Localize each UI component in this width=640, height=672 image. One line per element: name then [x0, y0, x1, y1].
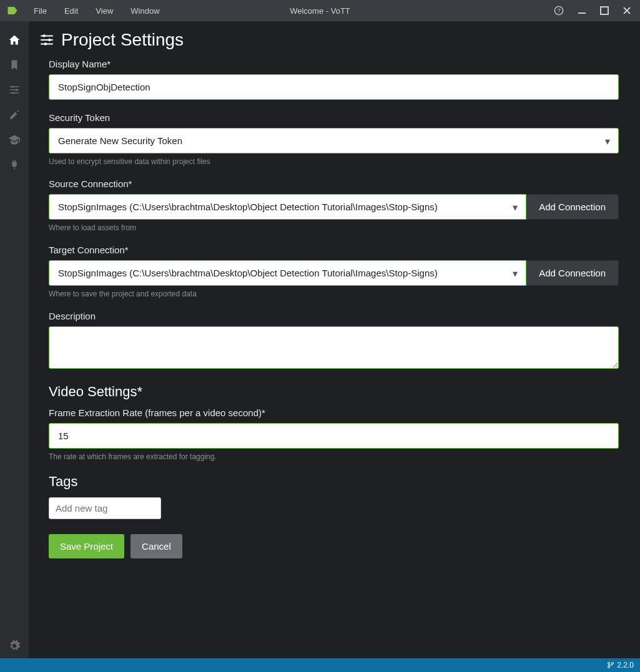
- svg-point-9: [44, 42, 47, 45]
- svg-point-12: [612, 663, 614, 665]
- sidebar-item-connections[interactable]: [0, 152, 29, 177]
- target-connection-hint: Where to save the project and exported d…: [49, 290, 619, 298]
- branch-icon: [607, 661, 614, 669]
- titlebar: File Edit View Window Welcome - VoTT ?: [0, 0, 640, 21]
- plug-icon: [9, 159, 20, 170]
- page-title: Project Settings: [61, 30, 184, 50]
- help-icon[interactable]: ?: [554, 6, 564, 16]
- menu-file[interactable]: File: [25, 4, 56, 18]
- save-project-button[interactable]: Save Project: [49, 534, 124, 558]
- edit-icon: [9, 109, 20, 120]
- svg-text:?: ?: [557, 7, 560, 14]
- close-icon[interactable]: [621, 5, 633, 16]
- svg-point-11: [608, 666, 610, 668]
- security-token-label: Security Token: [49, 112, 619, 123]
- display-name-input[interactable]: [49, 74, 619, 100]
- svg-point-10: [608, 663, 610, 665]
- add-source-connection-button[interactable]: Add Connection: [526, 194, 619, 220]
- cancel-button[interactable]: Cancel: [130, 534, 182, 558]
- sidebar-item-edit[interactable]: [0, 102, 29, 127]
- add-target-connection-button[interactable]: Add Connection: [526, 260, 619, 286]
- window-title: Welcome - VoTT: [290, 6, 350, 16]
- svg-point-7: [43, 34, 46, 37]
- svg-point-8: [48, 39, 51, 41]
- display-name-label: Display Name*: [49, 59, 619, 69]
- source-connection-select[interactable]: StopSignImages (C:\Users\brachtma\Deskto…: [49, 194, 526, 220]
- security-token-select[interactable]: Generate New Security Token: [49, 128, 619, 153]
- sidebar: [0, 21, 29, 658]
- sidebar-item-bookmark[interactable]: [0, 52, 29, 77]
- version-label: 2.2.0: [617, 661, 634, 670]
- statusbar: 2.2.0: [0, 658, 640, 672]
- svg-rect-2: [578, 12, 586, 14]
- description-label: Description: [49, 311, 619, 321]
- minimize-icon[interactable]: [576, 5, 588, 16]
- sidebar-item-home[interactable]: [0, 27, 29, 52]
- description-textarea[interactable]: [49, 326, 619, 369]
- maximize-icon[interactable]: [599, 5, 610, 16]
- bookmark-icon: [9, 59, 20, 71]
- source-connection-label: Source Connection*: [49, 178, 619, 189]
- sidebar-item-train[interactable]: [0, 127, 29, 152]
- app-logo-icon: [6, 4, 19, 17]
- svg-rect-3: [601, 7, 608, 14]
- sidebar-item-sliders[interactable]: [0, 77, 29, 102]
- sliders-icon: [8, 84, 21, 96]
- add-tag-input[interactable]: [49, 497, 161, 519]
- graduation-cap-icon: [8, 134, 21, 146]
- window-controls: [576, 5, 633, 16]
- menu-edit[interactable]: Edit: [56, 4, 87, 18]
- menu-window[interactable]: Window: [122, 4, 168, 18]
- tags-heading: Tags: [49, 474, 619, 490]
- frame-rate-hint: The rate at which frames are extracted f…: [49, 452, 619, 461]
- target-connection-label: Target Connection*: [49, 245, 619, 255]
- svg-point-4: [11, 85, 13, 87]
- main-content: Project Settings Display Name* Security …: [29, 21, 640, 658]
- video-settings-heading: Video Settings*: [49, 384, 619, 400]
- menubar: File Edit View Window: [25, 4, 169, 18]
- gear-icon: [8, 640, 21, 652]
- settings-sliders-icon: [39, 32, 55, 48]
- security-token-hint: Used to encrypt sensitive data within pr…: [49, 157, 619, 166]
- sidebar-item-settings[interactable]: [0, 633, 29, 658]
- svg-point-5: [16, 89, 17, 90]
- source-connection-hint: Where to load assets from: [49, 223, 619, 232]
- menu-view[interactable]: View: [87, 4, 122, 18]
- svg-point-6: [12, 92, 14, 94]
- frame-rate-label: Frame Extraction Rate (frames per a vide…: [49, 407, 619, 418]
- frame-rate-input[interactable]: [49, 423, 619, 449]
- home-icon: [8, 34, 21, 46]
- target-connection-select[interactable]: StopSignImages (C:\Users\brachtma\Deskto…: [49, 260, 526, 286]
